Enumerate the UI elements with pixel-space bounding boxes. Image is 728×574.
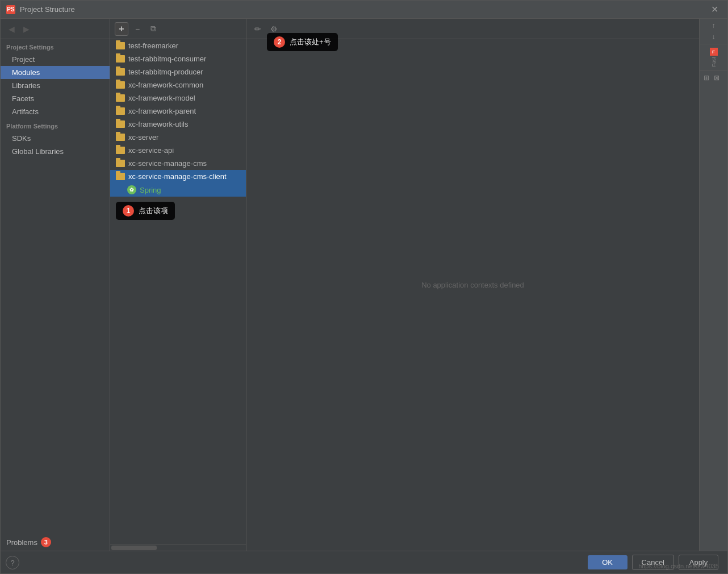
list-item[interactable]: xc-framework-parent (110, 105, 246, 118)
sidebar-item-label: Facets (12, 94, 34, 103)
folder-icon (116, 134, 125, 141)
tooltip-2-badge: 2 (274, 36, 285, 48)
modules-list: test-freemarker test-rabbitmq-consumer t… (110, 39, 246, 544)
module-name: xc-framework-model (128, 94, 195, 102)
sidebar: ◀ ▶ Project Settings Project Modules Lib… (1, 19, 110, 551)
module-name: xc-service-manage-cms-client (128, 172, 227, 181)
remove-module-button[interactable]: − (131, 22, 144, 36)
add-module-button[interactable]: + (115, 22, 128, 36)
close-icon: ⊠ (714, 74, 719, 82)
edit-button[interactable]: ✏ (251, 22, 265, 36)
list-item-spring[interactable]: ✿ Spring (110, 183, 246, 197)
back-button[interactable]: ◀ (5, 23, 18, 35)
sidebar-item-modules[interactable]: Modules (1, 66, 110, 79)
close-button[interactable]: ✕ (708, 3, 722, 16)
back-icon: ◀ (9, 24, 15, 34)
app-icon: PS (6, 5, 15, 14)
list-item[interactable]: xc-framework-model (110, 91, 246, 105)
list-item[interactable]: xc-framework-common (110, 78, 246, 91)
edit-icon: ✏ (254, 24, 261, 34)
sidebar-item-global-libraries[interactable]: Global Libraries (1, 145, 110, 158)
sidebar-item-label: Libraries (12, 81, 40, 90)
split-main: + − ⧉ test-freemarker (110, 19, 727, 551)
problems-label: Problems (6, 538, 37, 547)
ok-button[interactable]: OK (588, 555, 627, 569)
sidebar-item-facets[interactable]: Facets (1, 92, 110, 105)
sidebar-item-label: Artifacts (12, 107, 39, 116)
arrow-up-icon: ↑ (712, 22, 716, 30)
nav-toolbar: ◀ ▶ (1, 19, 110, 39)
sidebar-item-label: SDKs (12, 134, 31, 143)
sidebar-item-label: Global Libraries (12, 147, 64, 156)
fast-icon2[interactable]: ⊠ (712, 73, 721, 82)
forward-button[interactable]: ▶ (20, 23, 32, 35)
fast-logo-icon: F (710, 48, 718, 56)
fast-sidebar: ↑ ↓ F Fast ⊞ ⊠ (699, 19, 727, 551)
module-name: test-freemarker (128, 41, 178, 50)
sidebar-item-label: Modules (12, 68, 40, 77)
help-icon: ? (10, 559, 14, 567)
tooltip-1-text: 点击该项 (139, 206, 168, 216)
folder-icon (116, 55, 125, 63)
forward-icon: ▶ (23, 24, 30, 34)
sidebar-item-libraries[interactable]: Libraries (1, 79, 110, 92)
tooltip-2-text: 点击该处+号 (290, 37, 331, 47)
list-item[interactable]: test-freemarker (110, 39, 246, 52)
tooltip-click-item: 1 点击该项 (116, 202, 175, 220)
module-name: xc-framework-utils (128, 120, 188, 128)
fast-tab-actions: ⊞ ⊠ (700, 71, 727, 85)
folder-icon (116, 68, 125, 76)
spring-icon: ✿ (127, 185, 136, 194)
problems-badge: 3 (41, 537, 51, 547)
content-area: ◀ ▶ Project Settings Project Modules Lib… (1, 19, 727, 551)
sidebar-item-sdks[interactable]: SDKs (1, 132, 110, 145)
module-name: xc-service-manage-cms (128, 159, 207, 168)
list-item[interactable]: xc-server (110, 131, 246, 144)
folder-icon (116, 81, 125, 89)
tooltip-click-add: 2 点击该处+号 (267, 33, 338, 51)
list-item[interactable]: test-rabbitmq-producer (110, 65, 246, 78)
bottom-bar: OK Cancel Apply (1, 551, 727, 573)
fast-tab[interactable]: F Fast (700, 44, 727, 71)
fast-tab-label: Fast (711, 57, 717, 67)
folder-icon (116, 42, 125, 49)
grid-icon: ⊞ (704, 74, 709, 82)
module-name: xc-framework-common (128, 81, 203, 89)
tooltip-1-badge: 1 (123, 205, 134, 217)
problems-section[interactable]: Problems 3 (1, 534, 110, 551)
folder-icon (116, 94, 125, 102)
folder-icon (116, 120, 125, 128)
copy-module-button[interactable]: ⧉ (147, 22, 160, 36)
list-item-selected[interactable]: xc-service-manage-cms-client (110, 170, 246, 183)
window-title: Project Structure (20, 5, 708, 14)
sidebar-item-artifacts[interactable]: Artifacts (1, 105, 110, 118)
sidebar-item-project[interactable]: Project (1, 53, 110, 66)
list-item[interactable]: xc-service-manage-cms (110, 157, 246, 170)
folder-icon (116, 160, 125, 167)
no-contexts-label: No application contexts defined (421, 281, 524, 289)
project-structure-window: PS Project Structure ✕ ◀ ▶ Project Setti… (0, 0, 728, 574)
modules-panel: + − ⧉ test-freemarker (110, 19, 246, 551)
scroll-down-button[interactable]: ↓ (709, 32, 718, 41)
module-name: test-rabbitmq-producer (128, 68, 203, 76)
module-name: test-rabbitmq-consumer (128, 55, 206, 63)
detail-panel: ✏ ⚙ No application contexts defined (246, 19, 699, 551)
minus-icon: − (135, 24, 140, 34)
list-item[interactable]: xc-service-api (110, 144, 246, 157)
sidebar-item-label: Project (12, 55, 35, 64)
folder-icon (116, 173, 125, 180)
module-name: xc-server (128, 133, 158, 142)
platform-settings-section: Platform Settings (1, 118, 110, 132)
list-item[interactable]: test-rabbitmq-consumer (110, 52, 246, 65)
config-icon: ⚙ (270, 24, 278, 34)
folder-icon (116, 107, 125, 115)
module-name: xc-framework-parent (128, 107, 196, 115)
copy-icon: ⧉ (150, 24, 156, 34)
scroll-up-button[interactable]: ↑ (709, 21, 718, 30)
list-item[interactable]: xc-framework-utils (110, 118, 246, 131)
project-settings-section: Project Settings (1, 39, 110, 53)
help-button[interactable]: ? (6, 556, 19, 569)
app-icon-label: PS (7, 6, 14, 13)
fast-icon1[interactable]: ⊞ (702, 73, 711, 82)
csdn-url: https://blog.csdn.net/izw4035 (638, 563, 719, 569)
